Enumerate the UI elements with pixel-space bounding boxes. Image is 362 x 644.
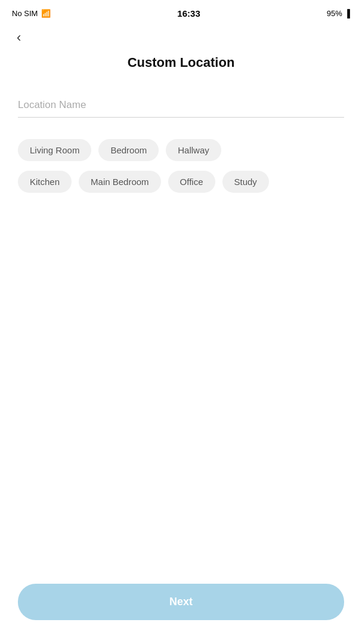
input-section [18,94,344,118]
back-button[interactable]: ‹ [12,29,26,47]
battery-icon: ▐ [345,9,350,18]
tags-row-2: Kitchen Main Bedroom Office Study [18,171,344,193]
status-time: 16:33 [177,8,200,19]
carrier-label: No SIM [12,9,38,18]
tags-section: Living Room Bedroom Hallway Kitchen Main… [18,139,344,193]
tag-main-bedroom[interactable]: Main Bedroom [79,171,161,193]
status-bar: No SIM 📶 16:33 95% ▐ [0,0,362,24]
tag-office[interactable]: Office [168,171,215,193]
location-name-input[interactable] [18,94,344,118]
status-carrier: No SIM 📶 [12,9,51,18]
tag-study[interactable]: Study [222,171,269,193]
wifi-icon: 📶 [41,9,51,18]
next-button[interactable]: Next [18,584,344,620]
tag-hallway[interactable]: Hallway [166,139,221,161]
tags-row-1: Living Room Bedroom Hallway [18,139,344,161]
tag-bedroom[interactable]: Bedroom [98,139,159,161]
tag-kitchen[interactable]: Kitchen [18,171,72,193]
battery-percent: 95% [327,9,342,18]
page-title: Custom Location [0,55,362,70]
status-battery: 95% ▐ [327,9,350,18]
tag-living-room[interactable]: Living Room [18,139,91,161]
